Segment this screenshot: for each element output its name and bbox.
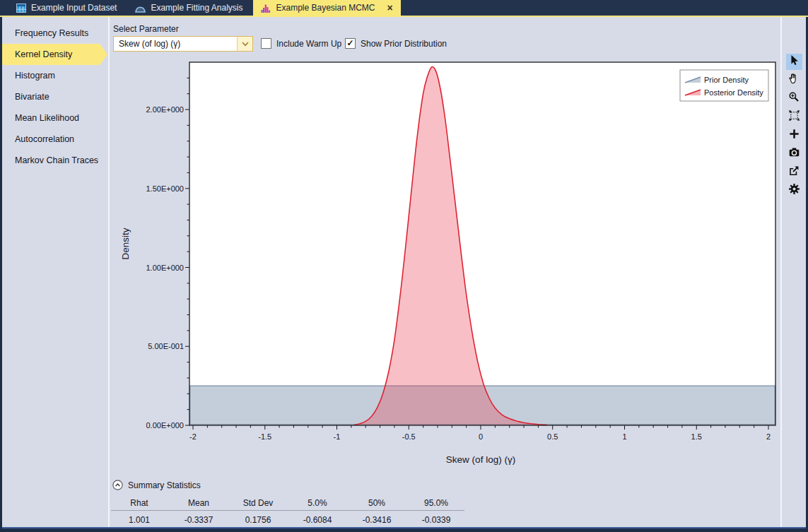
checkbox-show-prior-distribution[interactable]: ✓Show Prior Distribution — [345, 38, 447, 49]
stats-column-header: 50% — [347, 498, 406, 508]
stats-header-row: RhatMeanStd Dev5.0%50%95.0% — [110, 498, 466, 508]
unchecked-box-icon[interactable] — [261, 38, 271, 49]
sidebar-item-markov-chain-traces[interactable]: Markov Chain Traces — [2, 150, 108, 171]
sidebar-item-mean-likelihood[interactable]: Mean Likelihood — [2, 107, 108, 129]
tab-bar: Example Input DatasetExample Fitting Ana… — [0, 0, 808, 17]
svg-text:-1: -1 — [334, 432, 341, 441]
export-share-icon — [788, 165, 800, 179]
legend: Prior DensityPosterior Density — [680, 70, 768, 101]
select-cursor-icon — [788, 54, 800, 69]
app-window: Example Input DatasetExample Fitting Ana… — [0, 0, 808, 532]
stats-column-header: Std Dev — [228, 498, 288, 508]
select-parameter-label: Select Parameter — [113, 24, 179, 34]
zoom-in-icon — [788, 91, 800, 106]
fit-view-icon — [788, 110, 800, 124]
export-share-tool[interactable] — [786, 164, 802, 180]
fit-view-tool[interactable] — [786, 109, 802, 125]
chevron-down-icon — [242, 42, 249, 47]
svg-text:0.00E+000: 0.00E+000 — [146, 421, 184, 430]
checkbox-label: Show Prior Distribution — [361, 39, 447, 49]
tab-example-fitting-analysis[interactable]: Example Fitting Analysis — [127, 0, 250, 16]
settings-gear-icon — [788, 183, 800, 198]
y-axis-title: Density — [120, 227, 131, 259]
pan-hand-tool[interactable] — [786, 72, 802, 88]
svg-text:-2: -2 — [189, 432, 197, 441]
stats-value: -0.6084 — [288, 515, 347, 525]
svg-text:-1.5: -1.5 — [258, 432, 271, 441]
histogram-icon — [261, 4, 271, 13]
svg-text:2.00E+000: 2.00E+000 — [146, 105, 184, 114]
svg-text:1.50E+000: 1.50E+000 — [146, 184, 184, 193]
checkbox-label: Include Warm Up — [276, 39, 341, 49]
tab-example-bayesian-mcmc[interactable]: Example Bayesian MCMC× — [253, 0, 400, 16]
sidebar-item-autocorrelation[interactable]: Autocorrelation — [2, 129, 108, 150]
snapshot-camera-icon — [788, 146, 800, 161]
legend-entry-prior-density: Prior Density — [704, 76, 749, 84]
checked-box-icon[interactable]: ✓ — [345, 38, 356, 49]
sidebar-item-histogram[interactable]: Histogram — [2, 65, 108, 86]
stats-column-header: Rhat — [110, 498, 169, 508]
stats-value: -0.0339 — [406, 515, 466, 525]
tab-label: Example Fitting Analysis — [151, 3, 242, 13]
svg-text:0: 0 — [479, 432, 483, 441]
stats-column-header: 5.0% — [288, 498, 347, 508]
stats-column-header: 95.0% — [406, 498, 466, 508]
pan-hand-icon — [788, 73, 800, 88]
stats-value: 1.001 — [110, 515, 169, 525]
parameter-dropdown-value: Skew (of log) (γ) — [114, 39, 237, 49]
content-area: Select Parameter Skew (of log) (γ) Inclu… — [110, 17, 780, 527]
tab-label: Example Bayesian MCMC — [276, 3, 375, 13]
svg-text:0.5: 0.5 — [547, 432, 558, 441]
stats-column-header: Mean — [169, 498, 228, 508]
sidebar-item-kernel-density[interactable]: Kernel Density — [2, 44, 108, 65]
stats-value: -0.3416 — [347, 515, 406, 525]
crosshair-add-tool[interactable] — [786, 127, 802, 143]
table-icon — [16, 4, 26, 13]
sidebar-item-bivariate[interactable]: Bivariate — [2, 86, 108, 107]
collapse-icon[interactable] — [112, 480, 123, 490]
stats-values-row: 1.001-0.33370.1756-0.6084-0.3416-0.0339 — [110, 515, 466, 525]
svg-text:1.00E+000: 1.00E+000 — [146, 264, 184, 272]
kernel-density-plot[interactable]: -2-1.5-1-0.500.511.520.00E+0005.00E-0011… — [111, 57, 778, 475]
stats-separator — [111, 510, 464, 511]
parameter-dropdown[interactable]: Skew (of log) (γ) — [113, 36, 253, 52]
summary-statistics-table: RhatMeanStd Dev5.0%50%95.0% 1.001-0.3337… — [110, 498, 466, 525]
tab-label: Example Input Dataset — [31, 3, 117, 13]
svg-text:1: 1 — [622, 432, 626, 441]
legend-entry-posterior-density: Posterior Density — [704, 88, 763, 97]
stats-value: 0.1756 — [228, 515, 288, 525]
close-icon[interactable]: × — [387, 3, 393, 13]
stats-value: -0.3337 — [169, 515, 228, 525]
x-axis-title: Skew (of log) (γ) — [446, 454, 515, 465]
sidebar-item-frequency-results[interactable]: Frequency Results — [2, 23, 108, 44]
window-body: Frequency ResultsKernel DensityHistogram… — [2, 17, 806, 527]
zoom-in-tool[interactable] — [786, 90, 802, 107]
dropdown-button[interactable] — [237, 37, 252, 51]
statusline-accent — [2, 527, 806, 528]
settings-gear-tool[interactable] — [786, 182, 802, 199]
plot-toolbar — [782, 54, 806, 199]
snapshot-camera-tool[interactable] — [786, 146, 802, 162]
plot-area[interactable] — [189, 62, 775, 425]
svg-text:2: 2 — [766, 432, 771, 441]
curve-icon — [135, 4, 146, 13]
summary-statistics-title: Summary Statistics — [128, 480, 201, 490]
svg-text:-0.5: -0.5 — [402, 432, 416, 441]
select-cursor-tool[interactable] — [786, 54, 802, 70]
summary-statistics-header: Summary Statistics — [112, 480, 201, 490]
svg-text:1.5: 1.5 — [691, 432, 702, 441]
crosshair-add-icon — [788, 128, 800, 143]
checkbox-include-warm-up[interactable]: Include Warm Up — [261, 38, 341, 49]
svg-text:5.00E-001: 5.00E-001 — [148, 342, 184, 350]
tab-example-input-dataset[interactable]: Example Input Dataset — [8, 0, 124, 16]
sidebar: Frequency ResultsKernel DensityHistogram… — [2, 23, 108, 171]
